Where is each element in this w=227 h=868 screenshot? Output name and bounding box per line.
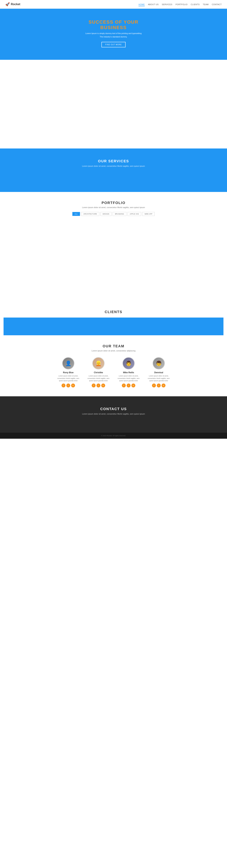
social-icons: ftin (56, 383, 81, 388)
member-name: Christike (86, 371, 111, 374)
member-name: Rony Blue (56, 371, 81, 374)
hero-title-line1: SUCCESS OF YOUR (89, 19, 138, 25)
avatar: 👤 (62, 357, 74, 370)
member-name: Mike Reilis (116, 371, 141, 374)
rocket-icon: 🚀 (5, 2, 10, 6)
filter-btn-apple-ios[interactable]: APPLE IOS (128, 212, 141, 216)
footer-bar: © 2023 Rocket. All rights reserved. (0, 433, 227, 439)
nav-link-about-us[interactable]: ABOUT US (148, 3, 159, 5)
member-desc: Lorem ipsum dolor sit amet, consectetur … (116, 375, 141, 382)
clients-bar (4, 317, 223, 335)
nav-link-clients[interactable]: CLIENTS (191, 3, 200, 5)
filter-btn-branding[interactable]: BRANDING (112, 212, 126, 216)
social-icon-in[interactable]: in (71, 383, 75, 388)
services-subtext: Lorem ipsum dolor sit amet, consectetur … (4, 165, 223, 167)
services-heading: OUR SERVICES (4, 159, 223, 163)
portfolio-filters: ALLARCHITECTUREDESIGNBRANDINGAPPLE IOSWE… (5, 212, 222, 216)
portfolio-heading: PORTFOLIO (5, 201, 222, 205)
contact-section: CONTACT US Lorem ipsum dolor sit amet, c… (0, 396, 227, 433)
social-icon-f[interactable]: f (122, 383, 126, 388)
portfolio-section: PORTFOLIO Lorem ipsum dolor sit amet, co… (0, 192, 227, 301)
avatar: 👨 (122, 357, 135, 370)
member-name: Dennisal (146, 371, 171, 374)
filter-btn-all[interactable]: ALL (72, 212, 80, 216)
social-icon-t[interactable]: t (66, 383, 70, 388)
social-icons: ftin (146, 383, 171, 388)
team-member: 👦DennisalLorem ipsum dolor sit amet, con… (146, 357, 171, 388)
team-members: 👤Rony BlueLorem ipsum dolor sit amet, co… (5, 357, 222, 388)
social-icons: ftin (86, 383, 111, 388)
team-member: 👨Mike ReilisLorem ipsum dolor sit amet, … (116, 357, 141, 388)
team-section: OUR TEAM Lorem ipsum dolor sit amet, con… (0, 335, 227, 396)
nav-link-contact[interactable]: CONTACT (212, 3, 222, 5)
hero-body: Lorem Ipsum is simply dummy text of the … (4, 32, 223, 38)
portfolio-subtext: Lorem ipsum dolor sit amet, consectetur … (5, 206, 222, 209)
filter-btn-web-app[interactable]: WEB APP (142, 212, 155, 216)
clients-section: CLIENTS (0, 301, 227, 335)
team-subtext: Lorem ipsum dolor sit amet, consectetur … (5, 350, 222, 352)
social-icon-t[interactable]: t (127, 383, 131, 388)
about-section (0, 60, 227, 149)
social-icon-in[interactable]: in (131, 383, 135, 388)
nav-link-team[interactable]: TEAM (203, 3, 209, 5)
social-icon-f[interactable]: f (62, 383, 65, 388)
member-desc: Lorem ipsum dolor sit amet, consectetur … (56, 375, 81, 382)
find-out-more-button[interactable]: FIND OUT MORE (101, 42, 126, 48)
avatar: 👱 (92, 357, 105, 370)
hero-title: SUCCESS OF YOUR BUSINESS (4, 19, 223, 30)
social-icon-in[interactable]: in (101, 383, 105, 388)
social-icon-in[interactable]: in (162, 383, 165, 388)
social-icon-t[interactable]: t (96, 383, 100, 388)
logo-text: Rocket (11, 3, 20, 6)
portfolio-grid (5, 221, 222, 292)
hero-section: SUCCESS OF YOUR BUSINESS Lorem Ipsum is … (0, 9, 227, 60)
hero-title-line2: BUSINESS (100, 25, 127, 30)
contact-heading: CONTACT US (4, 407, 223, 411)
logo: 🚀 Rocket (5, 2, 20, 6)
filter-btn-design[interactable]: DESIGN (100, 212, 112, 216)
nav-link-home[interactable]: HOME (138, 3, 145, 6)
avatar: 👦 (153, 357, 165, 370)
team-heading: OUR TEAM (5, 344, 222, 348)
footer-text: © 2023 Rocket. All rights reserved. (101, 435, 126, 437)
team-member: 👤Rony BlueLorem ipsum dolor sit amet, co… (56, 357, 81, 388)
social-icon-f[interactable]: f (152, 383, 156, 388)
social-icons: ftin (116, 383, 141, 388)
filter-btn-architecture[interactable]: ARCHITECTURE (81, 212, 99, 216)
social-icon-f[interactable]: f (92, 383, 96, 388)
contact-subtext: Lorem ipsum dolor sit amet, consectetur … (4, 413, 223, 415)
services-section: OUR SERVICES Lorem ipsum dolor sit amet,… (0, 149, 227, 192)
clients-heading: CLIENTS (4, 310, 223, 314)
nav-link-portfolio[interactable]: PORTFOLIO (175, 3, 188, 5)
navbar: 🚀 Rocket HOMEABOUT USSERVICESPORTFOLIOCL… (0, 0, 227, 9)
member-desc: Lorem ipsum dolor sit amet, consectetur … (146, 375, 171, 382)
social-icon-t[interactable]: t (157, 383, 161, 388)
nav-link-services[interactable]: SERVICES (162, 3, 172, 5)
member-desc: Lorem ipsum dolor sit amet, consectetur … (86, 375, 111, 382)
team-member: 👱ChristikeLorem ipsum dolor sit amet, co… (86, 357, 111, 388)
nav-links: HOMEABOUT USSERVICESPORTFOLIOCLIENTSTEAM… (138, 3, 222, 6)
